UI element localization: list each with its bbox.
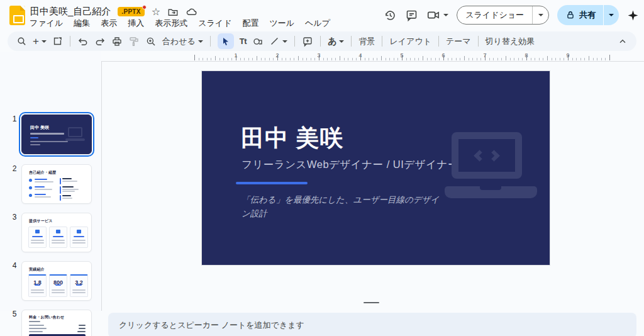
zoom-add-button[interactable]: + bbox=[33, 35, 47, 48]
comments-icon[interactable] bbox=[405, 9, 418, 22]
document-title[interactable]: 田中美咲_自己紹介 bbox=[30, 6, 111, 18]
search-menus-icon[interactable] bbox=[16, 36, 27, 47]
menu-tools[interactable]: ツール bbox=[269, 18, 294, 29]
laptop-code-icon[interactable] bbox=[452, 132, 522, 179]
insert-comment-icon[interactable] bbox=[302, 36, 313, 47]
notification-dot bbox=[142, 5, 147, 9]
slide-canvas[interactable]: 田中 美咲 フリーランスWebデザイナー / UIデザイナー 「伝わる」を最優先… bbox=[202, 71, 550, 265]
print-icon[interactable] bbox=[111, 36, 123, 47]
toolbar: + 合わせる Tt あ 背景 レイアウト テーマ 切り替 bbox=[8, 31, 636, 51]
code-right-bracket-icon bbox=[488, 150, 499, 161]
zoom-in-icon[interactable] bbox=[145, 36, 157, 47]
select-tool-button[interactable] bbox=[218, 33, 234, 49]
chevron-down-icon bbox=[443, 14, 448, 16]
menu-insert[interactable]: 挿入 bbox=[128, 18, 144, 29]
code-left-bracket-icon bbox=[474, 150, 485, 161]
menu-slide[interactable]: スライド bbox=[198, 18, 231, 29]
ruler-tick-1: 1 bbox=[234, 52, 237, 59]
menu-help[interactable]: ヘルプ bbox=[305, 18, 330, 29]
ruler-tick-3: 3 bbox=[317, 52, 320, 59]
menu-bar: ファイル 編集 表示 挿入 表示形式 スライド 配置 ツール ヘルプ bbox=[30, 18, 330, 29]
slide-3-number: 3 bbox=[10, 213, 19, 221]
cursor-arrow-icon bbox=[221, 36, 231, 47]
laptop-hinge-notch bbox=[480, 186, 501, 190]
ruler-tick-6: 6 bbox=[441, 52, 445, 59]
slide-4-number: 4 bbox=[10, 261, 19, 270]
slide-thumbnail-2[interactable]: 自己紹介・経歴 bbox=[21, 164, 92, 204]
ruler-tick-2: 2 bbox=[275, 52, 279, 59]
cloud-saved-icon[interactable] bbox=[186, 6, 197, 18]
notes-resize-handle[interactable] bbox=[364, 302, 379, 303]
slide-thumbnail-1[interactable]: 田中 美咲 bbox=[21, 115, 92, 154]
slideshow-button[interactable]: スライドショー bbox=[457, 6, 549, 25]
menu-view[interactable]: 表示 bbox=[101, 18, 117, 29]
gemini-sparkle-icon[interactable] bbox=[627, 9, 639, 21]
collapse-toolbar-icon[interactable] bbox=[618, 36, 628, 47]
version-history-icon[interactable] bbox=[384, 9, 397, 22]
slide-tagline[interactable]: 「伝わる」を最優先にした、ユーザー目線のデザイン設計 bbox=[242, 193, 447, 220]
menu-file[interactable]: ファイル bbox=[30, 18, 63, 29]
pptx-badge: .PPTX bbox=[118, 7, 144, 16]
speaker-notes-placeholder: クリックするとスピーカー ノートを追加できます bbox=[119, 320, 304, 331]
lock-icon bbox=[566, 11, 575, 20]
new-window-icon[interactable] bbox=[52, 36, 63, 47]
top-bar: 田中美咲_自己紹介 .PPTX ☆ ファイル 編集 表示 挿入 表示形式 スライ… bbox=[0, 0, 644, 30]
slide-subtitle[interactable]: フリーランスWebデザイナー / UIデザイナー bbox=[242, 158, 458, 172]
furigana-tool[interactable]: あ bbox=[328, 36, 344, 47]
menu-edit[interactable]: 編集 bbox=[74, 18, 90, 29]
menu-arrange[interactable]: 配置 bbox=[242, 18, 258, 29]
slide-filmstrip: 1 田中 美咲 2 自己紹介・経歴 3 提供サービス bbox=[0, 52, 101, 311]
slide-thumbnail-5[interactable]: 料金・お問い合わせ bbox=[21, 310, 92, 336]
zoom-fit-select[interactable]: 合わせる bbox=[162, 36, 203, 47]
shape-tool-icon[interactable] bbox=[252, 36, 264, 47]
ruler-tick-9: 9 bbox=[566, 52, 569, 59]
layout-button[interactable]: レイアウト bbox=[389, 36, 431, 47]
background-button[interactable]: 背景 bbox=[358, 36, 375, 47]
slide-thumbnail-3[interactable]: 提供サービス bbox=[21, 213, 92, 252]
filmstrip-divider bbox=[101, 61, 102, 311]
theme-button[interactable]: テーマ bbox=[446, 36, 471, 47]
accent-rule[interactable] bbox=[236, 182, 308, 184]
line-tool[interactable] bbox=[269, 36, 287, 47]
slide-2-number: 2 bbox=[10, 164, 19, 173]
slide-thumbnail-4[interactable]: 実績紹介 1.8 800 3.2 bbox=[21, 261, 92, 301]
slide-1-number: 1 bbox=[10, 115, 19, 123]
slides-logo-icon[interactable] bbox=[9, 6, 25, 25]
menu-format[interactable]: 表示形式 bbox=[155, 18, 187, 29]
share-button[interactable]: 共有 bbox=[557, 5, 619, 25]
slideshow-options-dropdown[interactable] bbox=[532, 6, 548, 24]
move-folder-icon[interactable] bbox=[167, 6, 179, 18]
undo-icon[interactable] bbox=[77, 36, 89, 47]
star-icon[interactable]: ☆ bbox=[152, 7, 160, 17]
slide-title[interactable]: 田中 美咲 bbox=[241, 123, 343, 154]
transition-button[interactable]: 切り替え効果 bbox=[486, 36, 535, 47]
ruler-tick-4: 4 bbox=[358, 52, 362, 59]
share-dropdown[interactable] bbox=[603, 5, 619, 25]
ruler-tick-7: 7 bbox=[483, 52, 486, 59]
text-box-tool[interactable]: Tt bbox=[240, 36, 247, 46]
ruler bbox=[101, 61, 644, 62]
meet-button[interactable] bbox=[426, 8, 448, 22]
redo-icon[interactable] bbox=[94, 36, 106, 47]
speaker-notes-box[interactable]: クリックするとスピーカー ノートを追加できます bbox=[108, 313, 636, 336]
paint-format-icon[interactable] bbox=[128, 36, 140, 47]
ruler-tick-5: 5 bbox=[400, 52, 403, 59]
ruler-tick-8: 8 bbox=[525, 52, 528, 59]
slide-5-number: 5 bbox=[10, 310, 19, 318]
